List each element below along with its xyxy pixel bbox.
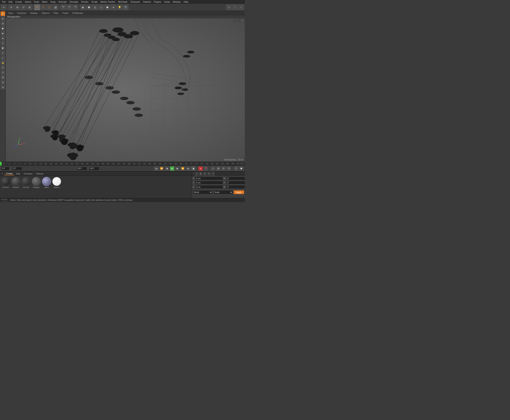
tab-cameras[interactable]: Cameras — [15, 12, 28, 15]
spline-button[interactable]: ⬟ — [86, 5, 92, 10]
nurbs-button[interactable]: ◎ — [92, 5, 98, 10]
light-button[interactable]: 💡 — [117, 5, 122, 10]
menu-create[interactable]: Create — [14, 0, 23, 3]
menu-pipeline[interactable]: Pipeline — [142, 0, 152, 3]
y-left-field[interactable] — [195, 181, 223, 185]
menu-character[interactable]: Character — [129, 0, 141, 3]
menu-script[interactable]: Script — [163, 0, 171, 3]
menu-simulate[interactable]: Simulate — [68, 0, 80, 3]
material-item-glass1[interactable]: Glass.1 — [52, 177, 61, 188]
step-forward-btn[interactable]: ⏩ — [181, 166, 185, 171]
pipeline-icon3[interactable]: ↔ — [238, 5, 244, 10]
sidebar-select-btn[interactable]: ◈ — [1, 16, 5, 21]
menu-sculpt[interactable]: Sculpt — [90, 0, 99, 3]
menu-window[interactable]: Window — [171, 0, 182, 3]
sidebar-line-btn[interactable]: L — [1, 55, 5, 60]
frame-start-field[interactable] — [1, 167, 9, 170]
world-select[interactable]: World — [193, 190, 213, 194]
menu-plugins[interactable]: Plugins — [153, 0, 163, 3]
mat-tab-create[interactable]: Create — [4, 172, 14, 175]
menu-mesh[interactable]: Mesh — [41, 0, 49, 3]
render-region-button[interactable]: 🎬 — [60, 5, 66, 10]
texture-mode-button[interactable]: Y — [40, 5, 46, 10]
sidebar-poly-btn[interactable]: ⬟ — [1, 26, 5, 31]
transform-button[interactable]: ⊞ — [27, 5, 32, 10]
menu-render[interactable]: Render — [80, 0, 90, 3]
camera-button[interactable]: ● — [111, 5, 116, 10]
mat-tab-function[interactable]: Function — [22, 172, 34, 175]
pipeline-icon1[interactable]: ⤡ — [226, 5, 232, 10]
extra-btn-1[interactable]: ⬡ — [234, 166, 238, 171]
timeline-numbers[interactable]: 0 2 4 6 8 10 12 14 16 18 20 22 24 26 28 … — [2, 163, 241, 165]
scale-tool-button[interactable]: ⊕ — [15, 5, 20, 10]
sidebar-circle-btn[interactable]: ◉ — [1, 31, 5, 36]
pipeline-icon2[interactable]: ↕ — [232, 5, 238, 10]
b-field[interactable] — [226, 185, 245, 189]
apply-button[interactable]: Apply — [234, 190, 244, 194]
menu-edit[interactable]: Edit — [7, 0, 14, 3]
tab-display[interactable]: Display — [29, 12, 39, 15]
sidebar-hex2-btn[interactable]: ⬢ — [1, 46, 5, 50]
menu-tools[interactable]: Tools — [33, 0, 40, 3]
sidebar-lock-btn[interactable]: 🔒 — [1, 60, 5, 65]
right-tab-5[interactable]: ? — [211, 172, 215, 176]
tab-prorender[interactable]: ProRender — [71, 12, 85, 15]
record-active-btn[interactable]: ● — [198, 166, 203, 171]
sidebar-s-btn[interactable]: S — [1, 65, 5, 70]
render-active-button[interactable]: 🎬 — [66, 5, 72, 10]
mat-tab-texture[interactable]: Texture — [35, 172, 45, 175]
object-button[interactable]: ◉ — [80, 5, 86, 10]
menu-mograph[interactable]: MoGraph — [117, 0, 129, 3]
material-item-backgro[interactable]: Backgro — [32, 177, 41, 188]
render-all-button[interactable]: 🎬 — [72, 5, 78, 10]
record-btn[interactable]: ⏺ — [191, 166, 196, 171]
material-item-connect[interactable]: Connect. — [1, 177, 10, 188]
cycle-btn[interactable]: ↻ — [227, 166, 231, 171]
right-tab-3[interactable]: P — [203, 172, 207, 176]
menu-motion-tracker[interactable]: Motion Tracker — [99, 0, 117, 3]
extra-btn-2[interactable]: ⬢ — [239, 166, 244, 171]
x-left-field[interactable] — [195, 177, 223, 180]
go-to-start-btn[interactable]: ⏮ — [154, 166, 158, 171]
key-mode-btn[interactable]: P — [221, 166, 226, 171]
tab-view[interactable]: View — [7, 12, 15, 15]
model-mode-button[interactable]: ✕ — [34, 5, 40, 10]
h-field[interactable] — [226, 177, 245, 180]
menu-animate[interactable]: Animate — [57, 0, 68, 3]
sidebar-hex3-btn[interactable]: ⬡ — [1, 51, 5, 55]
scene-button[interactable]: 📷 — [123, 5, 128, 10]
keyframe-btn[interactable]: ❓ — [204, 166, 208, 171]
scale-keys-btn[interactable]: ⊞ — [216, 166, 221, 171]
p-field[interactable] — [226, 181, 245, 185]
right-tab-4[interactable]: ↺ — [207, 172, 211, 176]
current-frame-field[interactable] — [12, 167, 22, 170]
axis-mode-button[interactable]: Z — [46, 5, 52, 10]
go-to-end-btn[interactable]: ⏭ — [186, 166, 190, 171]
prev-frame-btn[interactable]: ◀ — [165, 166, 169, 171]
viewport-3d[interactable]: X Y Z Grid Spacing : 10 cm ⤡ ↕ ⊞ — [6, 18, 245, 162]
material-item-notillur[interactable]: Not Illur — [22, 177, 31, 188]
sidebar-x-btn[interactable]: ⊗ — [1, 80, 5, 84]
material-item-whiteco[interactable]: WhiteCo — [11, 177, 20, 188]
menu-file[interactable]: File — [1, 0, 7, 3]
step-backward-btn[interactable]: ⏪ — [159, 166, 164, 171]
effector-button[interactable]: ⬢ — [104, 5, 110, 10]
menu-select[interactable]: Select — [24, 0, 32, 3]
point-mode-button[interactable]: ▨ — [53, 5, 58, 10]
next-frame-btn[interactable]: ▶ — [175, 166, 180, 171]
sidebar-grid-btn[interactable]: ⊞ — [1, 21, 5, 26]
viewport-layout-btn[interactable]: ⊞ — [241, 19, 244, 22]
scale-select[interactable]: Scale — [213, 190, 233, 194]
menu-snap[interactable]: Snap — [49, 0, 57, 3]
sidebar-grid2-btn[interactable]: ⊞ — [1, 75, 5, 80]
frame-end-field[interactable] — [89, 167, 99, 170]
sidebar-quad-btn[interactable]: ◈ — [1, 36, 5, 40]
tab-options[interactable]: Options — [40, 12, 51, 15]
deformer-button[interactable]: ⬡ — [98, 5, 104, 10]
frame-end-display-field[interactable] — [77, 167, 87, 170]
material-item-glass[interactable]: Glass — [42, 177, 51, 188]
tab-panel[interactable]: Panel — [61, 12, 70, 15]
move-keys-btn[interactable]: ⤢ — [211, 166, 215, 171]
menu-help[interactable]: Help — [182, 0, 190, 3]
move-tool-button[interactable]: ✦ — [8, 5, 14, 10]
